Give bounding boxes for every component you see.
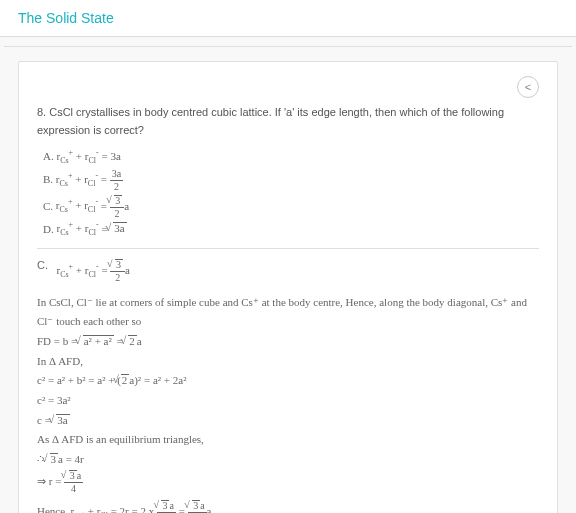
option-rhs: = 3a — [99, 150, 121, 162]
separator — [37, 248, 539, 249]
expl-line: As Δ AFD is an equilibrium triangles, — [37, 430, 539, 449]
option-label: C. — [43, 199, 53, 211]
option-label: A. — [43, 150, 54, 162]
expl-line: ⇒ r = 3a4 — [37, 470, 539, 494]
option-lhs: rCs+ + rCl- — [56, 199, 98, 211]
divider — [4, 37, 572, 47]
option-b: B. rCs+ + rCl- = 3a2 — [43, 169, 539, 192]
share-row: < — [37, 72, 539, 104]
options-list: A. rCs+ + rCl- = 3a B. rCs+ + rCl- = 3a2… — [43, 149, 539, 238]
question-text: 8. CsCl crystallises in body centred cub… — [37, 104, 539, 139]
answer-row: C. rCs+ + rCl- = 32a — [37, 259, 539, 283]
page-title: The Solid State — [18, 10, 558, 26]
expl-line: In Δ AFD, — [37, 352, 539, 371]
expl-line: In CsCl, Cl⁻ lie at corners of simple cu… — [37, 293, 539, 330]
expl-line: c² = a² + b² = a² + (2a)² = a² + 2a² — [37, 371, 539, 390]
fraction: 3a2 — [110, 169, 123, 192]
explanation-block: In CsCl, Cl⁻ lie at corners of simple cu… — [37, 293, 539, 513]
page-header: The Solid State — [0, 0, 576, 37]
answer-label: C. — [37, 259, 48, 271]
option-label: B. — [43, 173, 53, 185]
option-label: D. — [43, 222, 54, 234]
expl-line: ∴ 3a = 4r — [37, 450, 539, 469]
option-lhs: rCs+ + rCl- — [56, 173, 98, 185]
share-icon[interactable]: < — [517, 76, 539, 98]
fraction: 32 — [110, 195, 125, 219]
option-a: A. rCs+ + rCl- = 3a — [43, 149, 539, 166]
expl-line: FD = b = a² + a² = 2a — [37, 332, 539, 351]
expl-line: c² = 3a² — [37, 391, 539, 410]
option-lhs: rCs+ + rCl- — [56, 150, 98, 162]
expl-line: c = 3a — [37, 411, 539, 430]
option-c: C. rCs+ + rCl- = 32a — [43, 195, 539, 219]
question-card: < 8. CsCl crystallises in body centred c… — [18, 61, 558, 513]
option-d: D. rCs+ + rCl- = 3a — [43, 222, 539, 239]
option-lhs: rCs+ + rCl- — [56, 222, 98, 234]
answer-math: rCs+ + rCl- = 32a — [56, 259, 129, 283]
expl-line: Hence, rcs⁺ + rCl = 2r = 2 x 3a4 = 3a2a — [37, 500, 539, 513]
